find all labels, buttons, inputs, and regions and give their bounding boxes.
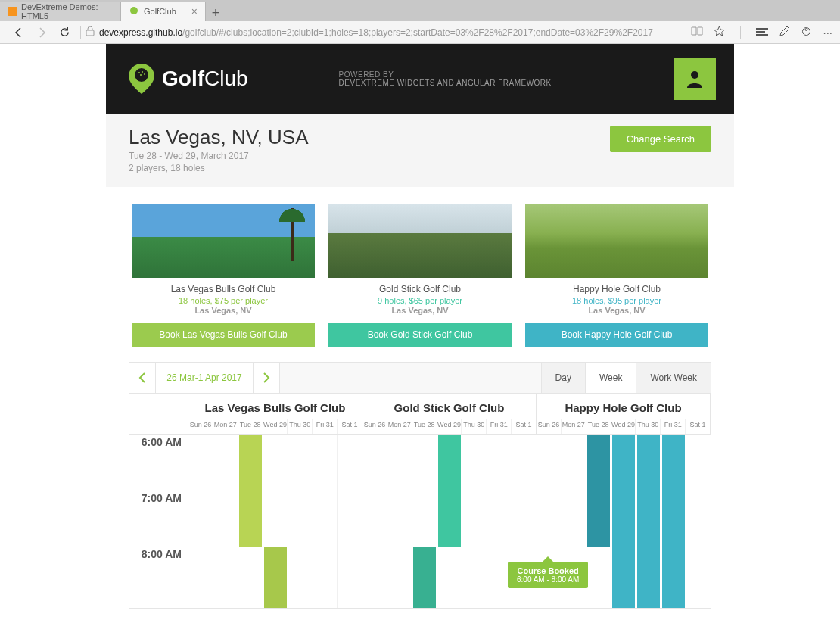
browser-tab-active[interactable]: GolfClub × (121, 2, 206, 21)
toolbar-right: ··· (691, 26, 832, 39)
club-name: Happy Hole Golf Club (525, 284, 708, 294)
calendar-event[interactable] (264, 547, 287, 609)
book-button[interactable]: Book Las Vegas Bulls Golf Club (132, 323, 315, 347)
club-info: 18 holes, $75 per player (132, 296, 315, 305)
reading-icon[interactable] (691, 26, 703, 39)
change-search-button[interactable]: Change Search (610, 126, 711, 152)
svg-point-9 (138, 72, 140, 73)
view-tab-week[interactable]: Week (585, 363, 636, 393)
app-header: GolfClub POWERED BY DEVEXTREME WIDGETS A… (106, 44, 734, 114)
event-tooltip: Course Booked 6:00 AM - 8:00 AM (508, 562, 588, 588)
svg-point-12 (140, 74, 142, 76)
time-column: 6:00 AM 7:00 AM 8:00 AM (129, 435, 188, 608)
svg-rect-0 (8, 7, 17, 16)
group-header: Las Vegas Bulls Golf Club (188, 394, 362, 419)
club-image (132, 204, 315, 278)
share-icon[interactable] (801, 26, 812, 39)
club-card: Gold Stick Golf Club 9 holes, $65 per pl… (328, 204, 512, 347)
calendar-group-headers: Las Vegas Bulls Golf Club Gold Stick Gol… (129, 394, 711, 419)
search-summary: Las Vegas, NV, USA Tue 28 - Wed 29, Marc… (106, 114, 734, 187)
url-field[interactable]: devexpress.github.io/golfclub/#/clubs;lo… (99, 27, 691, 38)
lock-icon (86, 26, 95, 39)
page-content: GolfClub POWERED BY DEVEXTREME WIDGETS A… (0, 44, 840, 617)
club-name: Gold Stick Golf Club (328, 284, 512, 294)
prev-button[interactable] (129, 363, 155, 393)
hub-icon[interactable] (756, 26, 768, 39)
profile-button[interactable] (674, 58, 716, 100)
club-info: 18 holes, $95 per player (525, 296, 708, 305)
view-tab-workweek[interactable]: Work Week (636, 363, 711, 393)
tab-label: DevExtreme Demos: HTML5 (21, 2, 113, 20)
address-bar: devexpress.github.io/golfclub/#/clubs;lo… (0, 21, 840, 44)
logo[interactable]: GolfClub (129, 64, 248, 94)
more-icon[interactable]: ··· (823, 26, 832, 39)
new-tab-button[interactable]: + (206, 5, 226, 21)
club-image (525, 204, 708, 278)
group-header: Happy Hole Golf Club (537, 394, 711, 419)
calendar-event[interactable] (413, 547, 436, 609)
location-title: Las Vegas, NV, USA (129, 126, 309, 149)
club-card: Las Vegas Bulls Golf Club 18 holes, $75 … (132, 204, 315, 347)
calendar-body[interactable]: 6:00 AM 7:00 AM 8:00 AM (129, 435, 711, 609)
club-city: Las Vegas, NV (328, 306, 512, 315)
close-icon[interactable]: × (191, 5, 198, 17)
club-info: 9 holes, $65 per player (328, 296, 512, 305)
results-card: Las Vegas Bulls Golf Club 18 holes, $75 … (106, 187, 734, 609)
svg-rect-2 (86, 30, 94, 36)
browser-tabs: DevExtreme Demos: HTML5 GolfClub × + (0, 0, 840, 21)
date-summary: Tue 28 - Wed 29, March 2017 (129, 151, 309, 161)
club-image (328, 204, 512, 278)
calendar-event[interactable] (438, 435, 461, 547)
forward-button[interactable] (30, 21, 53, 44)
user-icon (684, 68, 705, 89)
group-column (188, 435, 362, 608)
calendar-event[interactable] (612, 435, 635, 609)
date-range-label[interactable]: 26 Mar-1 Apr 2017 (155, 363, 254, 393)
favicon-golfclub (129, 6, 139, 17)
club-name: Las Vegas Bulls Golf Club (132, 284, 315, 294)
book-button[interactable]: Book Gold Stick Golf Club (328, 323, 512, 347)
club-city: Las Vegas, NV (525, 306, 708, 315)
view-tab-day[interactable]: Day (541, 363, 585, 393)
calendar-day-headers: Sun 26Mon 27Tue 28Wed 29Thu 30Fri 31Sat … (129, 419, 711, 435)
date-navigator: 26 Mar-1 Apr 2017 (129, 363, 280, 393)
logo-text: GolfClub (162, 67, 248, 91)
star-icon[interactable] (714, 26, 725, 39)
book-button[interactable]: Book Happy Hole Golf Club (525, 323, 708, 347)
separator (740, 26, 741, 39)
club-city: Las Vegas, NV (132, 306, 315, 315)
svg-point-11 (144, 73, 145, 75)
calendar-event[interactable] (239, 435, 262, 547)
svg-point-10 (142, 71, 143, 73)
calendar-event[interactable] (587, 435, 610, 547)
logo-icon (129, 64, 154, 94)
calendar-toolbar: 26 Mar-1 Apr 2017 Day Week Work Week (129, 362, 711, 394)
back-button[interactable] (8, 21, 30, 44)
calendar-event[interactable] (637, 435, 660, 609)
svg-point-7 (805, 28, 807, 30)
browser-tab[interactable]: DevExtreme Demos: HTML5 (0, 2, 121, 21)
separator (80, 26, 81, 39)
club-card: Happy Hole Golf Club 18 holes, $95 per p… (525, 204, 708, 347)
notes-icon[interactable] (779, 26, 790, 39)
favicon-devextreme (8, 6, 17, 17)
group-header: Gold Stick Golf Club (362, 394, 537, 419)
svg-point-1 (130, 7, 138, 14)
svg-point-13 (691, 71, 698, 79)
calendar-event[interactable] (662, 435, 685, 609)
details-summary: 2 players, 18 holes (129, 163, 309, 173)
tab-label: GolfClub (144, 7, 176, 16)
calendar: 26 Mar-1 Apr 2017 Day Week Work Week Las… (106, 362, 734, 609)
next-button[interactable] (254, 363, 279, 393)
refresh-button[interactable] (53, 21, 76, 44)
powered-by: POWERED BY DEVEXTREME WIDGETS AND ANGULA… (339, 70, 552, 87)
clubs-row: Las Vegas Bulls Golf Club 18 holes, $75 … (106, 204, 734, 347)
